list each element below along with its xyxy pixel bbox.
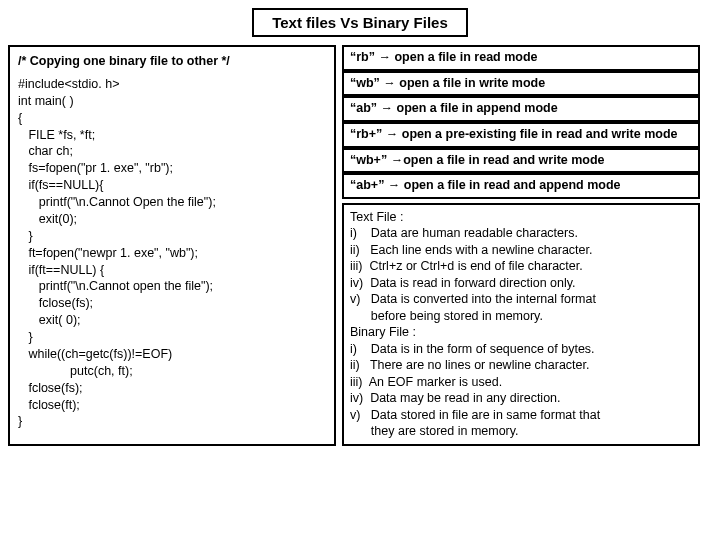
code-line: while((ch=getc(fs))!=EOF) xyxy=(18,346,326,363)
text-file-item: before being stored in memory. xyxy=(350,308,692,325)
code-line: #include<stdio. h> xyxy=(18,76,326,93)
binary-file-item: ii) There are no lines or newline charac… xyxy=(350,357,692,374)
code-line: } xyxy=(18,329,326,346)
binary-file-item: iii) An EOF marker is used. xyxy=(350,374,692,391)
code-line: { xyxy=(18,110,326,127)
text-file-heading: Text File : xyxy=(350,209,692,226)
code-line: } xyxy=(18,228,326,245)
binary-file-heading: Binary File : xyxy=(350,324,692,341)
binary-file-item: they are stored in memory. xyxy=(350,423,692,440)
text-file-item: v) Data is converted into the internal f… xyxy=(350,291,692,308)
notes-box: Text File : i) Data are human readable c… xyxy=(342,203,700,446)
code-line: FILE *fs, *ft; xyxy=(18,127,326,144)
code-line: putc(ch, ft); xyxy=(18,363,326,380)
text-file-item: ii) Each line ends with a newline charac… xyxy=(350,242,692,259)
code-line: if(fs==NULL){ xyxy=(18,177,326,194)
file-mode-box: “ab” → open a file in append mode xyxy=(342,96,700,122)
right-panel: “rb” → open a file in read mode“wb” → op… xyxy=(342,45,700,446)
code-line: exit( 0); xyxy=(18,312,326,329)
file-mode-box: “ab+” → open a file in read and append m… xyxy=(342,173,700,199)
file-mode-box: “rb+” → open a pre-existing file in read… xyxy=(342,122,700,148)
code-line: exit(0); xyxy=(18,211,326,228)
code-heading: /* Copying one binary file to other */ xyxy=(18,53,326,70)
code-line: } xyxy=(18,413,326,430)
binary-file-item: v) Data stored in file are in same forma… xyxy=(350,407,692,424)
binary-file-item: iv) Data may be read in any direction. xyxy=(350,390,692,407)
code-line: fclose(fs); xyxy=(18,380,326,397)
code-line: int main( ) xyxy=(18,93,326,110)
code-line: fclose(ft); xyxy=(18,397,326,414)
code-line: printf("\n.Cannot Open the file"); xyxy=(18,194,326,211)
code-line: char ch; xyxy=(18,143,326,160)
file-mode-box: “wb” → open a file in write mode xyxy=(342,71,700,97)
file-mode-box: “rb” → open a file in read mode xyxy=(342,45,700,71)
code-line: printf("\n.Cannot open the file"); xyxy=(18,278,326,295)
code-line: fclose(fs); xyxy=(18,295,326,312)
code-panel: /* Copying one binary file to other */ #… xyxy=(8,45,336,446)
text-file-item: iv) Data is read in forward direction on… xyxy=(350,275,692,292)
text-file-item: i) Data are human readable characters. xyxy=(350,225,692,242)
content-columns: /* Copying one binary file to other */ #… xyxy=(8,45,712,446)
code-line: fs=fopen("pr 1. exe", "rb"); xyxy=(18,160,326,177)
file-mode-box: “wb+” →open a file in read and write mod… xyxy=(342,148,700,174)
code-body: #include<stdio. h>int main( ){ FILE *fs,… xyxy=(18,76,326,430)
code-line: if(ft==NULL) { xyxy=(18,262,326,279)
page-title: Text files Vs Binary Files xyxy=(252,8,468,37)
text-file-item: iii) Ctrl+z or Ctrl+d is end of file cha… xyxy=(350,258,692,275)
binary-file-item: i) Data is in the form of sequence of by… xyxy=(350,341,692,358)
code-line: ft=fopen("newpr 1. exe", "wb"); xyxy=(18,245,326,262)
